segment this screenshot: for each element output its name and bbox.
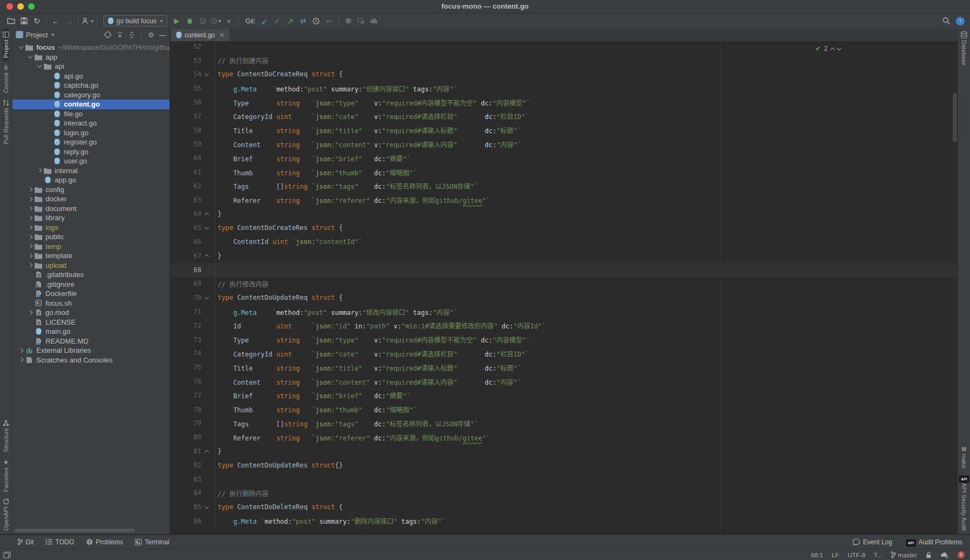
ide-update-badge[interactable]: ↑ [956,17,965,25]
user-settings-icon[interactable]: ▾ [81,16,94,27]
tree-item-user.go[interactable]: user.go [12,156,169,166]
tree-item-app.go[interactable]: app.go [12,175,169,185]
tree-item-.gitignore[interactable]: .gitignore [12,280,169,289]
toolwindow-button-problems[interactable]: Problems [86,538,123,546]
tree-item-interact.go[interactable]: interact.go [12,118,169,128]
truncated-status-item[interactable]: T... [874,552,882,558]
tree-item-readme.md[interactable]: README.MD [12,337,169,346]
profiler-button[interactable]: ▾ [209,16,222,27]
inspections-widget[interactable]: ✔ 2 [815,45,841,52]
stripe-button-favorites[interactable]: ★Favorites [3,456,9,495]
tree-item-upload[interactable]: upload [12,261,169,271]
project-panel-title[interactable]: Project [26,31,48,39]
stripe-button-structure[interactable]: Structure [3,417,9,456]
tree-item-login.go[interactable]: login.go [12,128,169,138]
tree-item-app[interactable]: app [12,52,169,62]
tab-close-icon[interactable]: ✕ [219,31,225,39]
stripe-button-api-security-audit[interactable]: APIAPI Security Audit [959,472,968,534]
tree-item-public[interactable]: public [12,232,169,242]
tree-item-register.go[interactable]: register.go [12,137,169,147]
toolwindow-button-terminal[interactable]: Terminal [135,538,169,546]
rollback-button[interactable]: ↩ [323,16,336,27]
stripe-button-pull-requests[interactable]: Pull Requests [3,96,9,148]
tree-item-library[interactable]: library [12,213,169,223]
shelve-button[interactable] [342,16,355,27]
unlock-icon[interactable] [926,551,932,558]
back-icon[interactable]: ← [49,16,62,27]
tree-item-go.mod[interactable]: go.mod [12,308,169,318]
chevron-right-icon[interactable] [28,206,32,210]
locate-file-icon[interactable] [104,31,112,38]
fold-open-icon[interactable] [205,71,209,76]
chevron-right-icon[interactable] [28,254,32,258]
tree-item-logs[interactable]: logs [12,223,169,233]
tree-item-internal[interactable]: internal [12,166,169,176]
caret-position[interactable]: 68:1 [811,552,823,558]
settings-gear-icon[interactable]: ⚙ [148,31,154,39]
chevron-right-icon[interactable] [28,225,32,229]
stripe-button-commit[interactable]: Commit [3,61,9,96]
line-ending[interactable]: LF [831,552,838,558]
git-push-button[interactable]: ↗ [284,16,297,27]
fold-end-icon[interactable] [205,254,209,259]
chevron-down-icon[interactable] [28,54,32,58]
toolwindow-button-todo[interactable]: TODO [45,538,74,546]
tree-item-api[interactable]: api [12,62,169,71]
hide-panel-icon[interactable]: — [159,31,166,39]
expand-collapse-icon[interactable] [128,31,135,38]
tree-item-config[interactable]: config [12,185,169,195]
chevron-down-icon[interactable] [37,63,41,68]
chevron-right-icon[interactable] [28,235,32,239]
stripe-button-openapi[interactable]: OpenAPI [3,495,9,534]
fold-end-icon[interactable] [205,450,209,454]
tree-item-content.go[interactable]: content.go [12,100,169,109]
git-branch-widget[interactable]: master [891,551,917,558]
chevron-right-icon[interactable] [18,358,23,362]
forward-icon[interactable]: → [62,16,75,27]
error-indicator[interactable]: ! [958,551,965,558]
sync-icon[interactable]: ↻ [30,16,43,27]
toolwindow-button-audit-problems[interactable]: APIAudit Problems [906,538,962,546]
tree-item-file.go[interactable]: file.go [12,109,169,119]
stripe-button-database[interactable]: Database [961,28,967,69]
coverage-button[interactable] [196,16,209,27]
editor-vscrollbar[interactable] [953,93,957,142]
toolwindow-button-git[interactable]: Git [17,538,34,546]
git-log-search-button[interactable] [355,16,368,27]
tree-item-external-libraries[interactable]: External Libraries [12,346,169,355]
collapse-all-icon[interactable] [116,31,123,38]
run-button[interactable]: ▶ [171,16,183,27]
chevron-right-icon[interactable] [28,311,32,315]
prev-problem-icon[interactable] [830,47,835,51]
tree-item-reply.go[interactable]: reply.go [12,147,169,157]
tree-item-document[interactable]: document [12,204,169,214]
debug-button[interactable] [183,16,196,27]
chevron-down-icon[interactable] [18,44,23,49]
tree-item-category.go[interactable]: category.go [12,90,169,100]
next-problem-icon[interactable] [837,45,841,50]
tree-item-api.go[interactable]: api.go [12,71,169,81]
tab-content-go[interactable]: content.go ✕ [171,29,230,41]
tree-item-focus.sh[interactable]: focus.sh [12,299,169,308]
chevron-right-icon[interactable] [18,348,23,353]
file-encoding[interactable]: UTF-8 [848,552,866,558]
fold-open-icon[interactable] [205,294,209,299]
tree-item-docker[interactable]: docker [12,194,169,204]
history-button[interactable] [310,16,323,27]
save-all-icon[interactable] [17,16,30,27]
open-file-icon[interactable] [4,16,17,27]
stripe-button-project[interactable]: Project [3,28,9,61]
tree-item-license[interactable]: LICENSE [12,318,169,327]
chevron-right-icon[interactable] [28,244,32,248]
project-hscrollbar[interactable] [15,529,135,532]
tree-item-main.go[interactable]: main.go [12,327,169,337]
chevron-right-icon[interactable] [28,263,32,267]
stop-button[interactable]: ■ [222,16,235,27]
stripe-button-make[interactable]: Mmake [961,443,967,472]
toolwindow-toggle-icon[interactable] [3,551,11,558]
chevron-right-icon[interactable] [28,216,32,220]
tree-item-dockerfile[interactable]: Dockerfile [12,289,169,299]
tree-item-template[interactable]: template [12,251,169,261]
fold-open-icon[interactable] [205,225,209,229]
tree-item-captcha.go[interactable]: captcha.go [12,81,169,90]
